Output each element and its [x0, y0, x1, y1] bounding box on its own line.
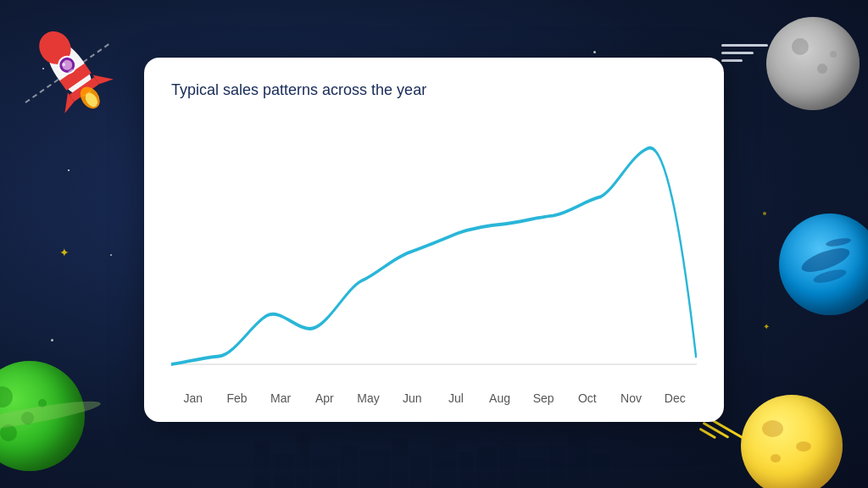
line-chart-svg [171, 114, 697, 385]
x-label-aug: Aug [478, 391, 522, 405]
chart-title: Typical sales patterns across the year [171, 81, 697, 99]
x-label-nov: Nov [609, 391, 654, 405]
x-label-jun: Jun [390, 391, 434, 405]
x-label-may: May [347, 391, 391, 405]
moon-speed-lines [721, 44, 768, 62]
x-label-feb: Feb [215, 391, 259, 405]
x-label-apr: Apr [303, 391, 347, 405]
x-label-jan: Jan [171, 391, 215, 405]
x-label-mar: Mar [259, 391, 303, 405]
x-axis-labels: Jan Feb Mar Apr May Jun Jul Aug Sep Oct … [171, 385, 697, 405]
planet-yellow [741, 395, 843, 488]
planet-moon [766, 17, 860, 110]
city-skyline [0, 420, 868, 488]
x-label-oct: Oct [565, 391, 609, 405]
x-label-jul: Jul [434, 391, 478, 405]
x-label-sep: Sep [521, 391, 565, 405]
chart-card: Typical sales patterns across the year [144, 58, 724, 422]
x-label-dec: Dec [653, 391, 697, 405]
chart-area [171, 114, 697, 385]
